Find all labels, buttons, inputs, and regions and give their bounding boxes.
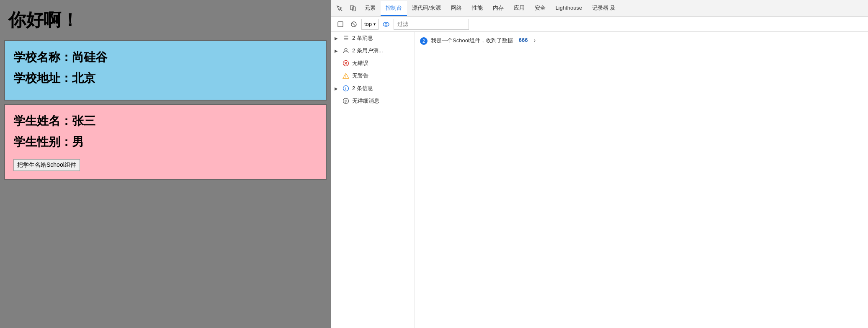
filter-info[interactable]: ▶ 2 条信息 <box>331 82 415 95</box>
tab-recorder[interactable]: 记录器 及 <box>587 1 621 16</box>
filter-warning-label: 无警告 <box>352 72 368 80</box>
svg-rect-3 <box>338 22 343 27</box>
context-dropdown[interactable]: top ▾ <box>361 19 379 30</box>
error-icon <box>342 59 350 67</box>
send-to-school-button[interactable]: 把学生名给School组件 <box>13 159 80 171</box>
tab-sources[interactable]: 源代码/来源 <box>407 1 446 16</box>
chevron-down-icon: ▾ <box>373 22 376 26</box>
log-badge: 2 <box>420 37 428 45</box>
tab-security[interactable]: 安全 <box>530 1 551 16</box>
school-name-value: 尚硅谷 <box>72 51 107 64</box>
student-name-value: 张三 <box>72 114 95 127</box>
student-gender: 学生性别：男 <box>13 134 317 150</box>
student-component: 学生姓名：张三 学生性别：男 把学生名给School组件 <box>4 104 327 180</box>
console-log-entry: 2 我是一个School组件，收到了数据 666 › <box>420 35 863 46</box>
log-expand-arrow[interactable]: › <box>533 37 536 44</box>
school-addr-label: 学校地址： <box>13 72 72 85</box>
console-content: ▶ ☰ 2 条消息 ▶ 2 条用户消... <box>331 32 868 328</box>
browser-viewport: 你好啊！ 学校名称：尚硅谷 学校地址：北京 学生姓名：张三 学生性别：男 把学生… <box>0 0 331 328</box>
filter-verbose[interactable]: ▶ 无详细消息 <box>331 95 415 107</box>
school-addr: 学校地址：北京 <box>13 70 317 86</box>
log-value: 666 <box>519 37 528 43</box>
svg-line-0 <box>340 9 342 11</box>
tab-console[interactable]: 控制台 <box>381 1 407 16</box>
student-gender-value: 男 <box>72 135 84 148</box>
tab-memory[interactable]: 内存 <box>488 1 509 16</box>
arrow-icon: ▶ <box>335 86 340 91</box>
svg-point-8 <box>345 49 347 51</box>
filter-user-messages[interactable]: ▶ 2 条用户消... <box>331 44 415 57</box>
context-label: top <box>364 21 372 27</box>
filter-info-label: 2 条信息 <box>352 85 373 92</box>
info-icon <box>342 85 350 92</box>
console-sidebar: ▶ ☰ 2 条消息 ▶ 2 条用户消... <box>331 32 868 328</box>
school-name-label: 学校名称： <box>13 51 72 64</box>
clear-console-button[interactable] <box>335 18 346 30</box>
filter-all-label: 2 条消息 <box>352 34 373 42</box>
warning-icon <box>342 72 350 80</box>
svg-rect-1 <box>350 5 353 10</box>
svg-point-6 <box>383 22 389 26</box>
filter-verbose-label: 无详细消息 <box>352 97 379 105</box>
arrow-icon: ▶ <box>335 49 340 53</box>
tab-lighthouse[interactable]: Lighthouse <box>551 1 587 16</box>
tab-elements[interactable]: 元素 <box>360 1 381 16</box>
svg-point-7 <box>385 23 387 25</box>
student-name: 学生姓名：张三 <box>13 113 317 129</box>
devtools-panel: 元素 控制台 源代码/来源 网络 性能 内存 应用 安全 Lighthouse … <box>331 0 868 328</box>
eye-icon[interactable] <box>380 18 392 30</box>
filter-all-messages[interactable]: ▶ ☰ 2 条消息 <box>331 32 415 44</box>
list-icon: ☰ <box>342 34 350 42</box>
log-text: 我是一个School组件，收到了数据 <box>431 37 513 44</box>
filter-errors[interactable]: ▶ 无错误 <box>331 57 415 70</box>
filter-warnings[interactable]: ▶ 无警告 <box>331 70 415 82</box>
tab-network[interactable]: 网络 <box>446 1 467 16</box>
filter-input[interactable] <box>394 19 469 30</box>
school-name: 学校名称：尚硅谷 <box>13 49 317 65</box>
filter-error-label: 无错误 <box>352 59 368 67</box>
tab-performance[interactable]: 性能 <box>467 1 488 16</box>
block-icon[interactable] <box>348 18 360 30</box>
svg-rect-2 <box>353 7 355 11</box>
tab-application[interactable]: 应用 <box>509 1 530 16</box>
devtools-tab-bar: 元素 控制台 源代码/来源 网络 性能 内存 应用 安全 Lighthouse … <box>331 0 868 17</box>
inspect-element-icon[interactable] <box>333 1 346 16</box>
console-filter-panel: ▶ ☰ 2 条消息 ▶ 2 条用户消... <box>331 32 415 328</box>
console-log-panel: 2 我是一个School组件，收到了数据 666 › <box>415 32 868 328</box>
student-gender-label: 学生性别： <box>13 135 72 148</box>
user-icon <box>342 47 350 54</box>
svg-point-14 <box>345 77 346 78</box>
svg-line-5 <box>352 22 356 26</box>
school-addr-value: 北京 <box>72 72 95 85</box>
school-component: 学校名称：尚硅谷 学校地址：北京 <box>4 40 327 101</box>
arrow-icon: ▶ <box>335 36 340 41</box>
filter-user-label: 2 条用户消... <box>352 47 383 54</box>
svg-point-17 <box>345 87 346 88</box>
device-toolbar-icon[interactable] <box>346 1 360 16</box>
greeting-text: 你好啊！ <box>4 4 327 40</box>
verbose-icon <box>342 97 350 105</box>
student-name-label: 学生姓名： <box>13 114 72 127</box>
devtools-toolbar: top ▾ <box>331 17 868 32</box>
